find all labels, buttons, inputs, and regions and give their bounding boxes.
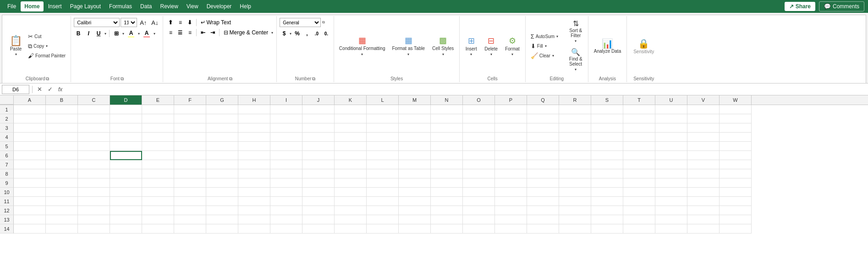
cell-I2[interactable] [270,114,302,123]
cell-K10[interactable] [335,188,367,197]
cell-K3[interactable] [335,123,367,133]
cell-L3[interactable] [367,123,399,133]
cell-W5[interactable] [720,142,752,151]
col-header-R[interactable]: R [559,95,591,105]
cell-J7[interactable] [302,160,335,169]
cell-O8[interactable] [463,169,495,178]
cell-W12[interactable] [720,206,752,215]
clear-dropdown[interactable]: ▾ [552,53,555,58]
cell-V8[interactable] [687,169,720,178]
cell-M12[interactable] [399,206,431,215]
cell-B12[interactable] [46,206,78,215]
comments-button[interactable]: 💬 Comments [819,1,864,11]
cell-V5[interactable] [687,142,720,151]
cell-L4[interactable] [367,133,399,142]
menu-file[interactable]: File [4,1,20,11]
cell-H12[interactable] [238,206,270,215]
cell-P1[interactable] [495,105,527,114]
cell-I14[interactable] [270,224,302,234]
cell-K5[interactable] [335,142,367,151]
cell-G1[interactable] [206,105,238,114]
cell-S2[interactable] [591,114,623,123]
cell-R8[interactable] [559,169,591,178]
clipboard-expand-icon[interactable]: ⧉ [46,77,49,81]
cell-O5[interactable] [463,142,495,151]
cell-F5[interactable] [174,142,206,151]
cell-T2[interactable] [623,114,655,123]
cell-W4[interactable] [720,133,752,142]
wrap-text-button[interactable]: ↵ Wrap Text [198,18,233,27]
cell-P4[interactable] [495,133,527,142]
cell-K11[interactable] [335,197,367,206]
cell-H9[interactable] [238,178,270,188]
cell-L1[interactable] [367,105,399,114]
cell-S12[interactable] [591,206,623,215]
cell-O4[interactable] [463,133,495,142]
cell-M3[interactable] [399,123,431,133]
col-header-O[interactable]: O [463,95,495,105]
cell-M5[interactable] [399,142,431,151]
row-header-11[interactable]: 11 [0,197,14,206]
row-header-3[interactable]: 3 [0,123,14,133]
menu-developer[interactable]: Developer [203,1,236,11]
cell-A8[interactable] [14,169,46,178]
cell-F13[interactable] [174,215,206,224]
cell-C4[interactable] [78,133,110,142]
cell-N14[interactable] [431,224,463,234]
cell-G3[interactable] [206,123,238,133]
cell-S6[interactable] [591,151,623,160]
cell-S7[interactable] [591,160,623,169]
row-header-9[interactable]: 9 [0,178,14,188]
cell-E10[interactable] [142,188,174,197]
italic-button[interactable]: I [84,29,93,38]
cell-S14[interactable] [591,224,623,234]
cell-K7[interactable] [335,160,367,169]
format-button[interactable]: ⚙ Format ▾ [502,33,522,59]
cell-U13[interactable] [655,215,687,224]
cell-P10[interactable] [495,188,527,197]
cell-D4[interactable] [110,133,142,142]
cell-D10[interactable] [110,188,142,197]
cell-G10[interactable] [206,188,238,197]
align-left-button[interactable]: ≡ [166,28,175,37]
cell-U3[interactable] [655,123,687,133]
analyze-data-button[interactable]: 📊 Analyze Data [591,33,624,59]
cell-W10[interactable] [720,188,752,197]
cell-W11[interactable] [720,197,752,206]
align-top-button[interactable]: ⬆ [166,18,175,27]
cell-O12[interactable] [463,206,495,215]
cell-Q2[interactable] [527,114,559,123]
cell-Q7[interactable] [527,160,559,169]
cell-V12[interactable] [687,206,720,215]
cell-U5[interactable] [655,142,687,151]
cell-E13[interactable] [142,215,174,224]
cell-F7[interactable] [174,160,206,169]
formula-fx-button[interactable]: fx [56,86,64,93]
cell-styles-button[interactable]: ▩ Cell Styles ▾ [429,33,456,59]
decrease-indent-button[interactable]: ⇤ [198,28,208,37]
cell-C13[interactable] [78,215,110,224]
cell-I10[interactable] [270,188,302,197]
cell-D3[interactable] [110,123,142,133]
menu-view[interactable]: View [183,1,202,11]
cell-A4[interactable] [14,133,46,142]
increase-indent-button[interactable]: ⇥ [208,28,217,37]
cell-L10[interactable] [367,188,399,197]
cell-G7[interactable] [206,160,238,169]
cell-R5[interactable] [559,142,591,151]
format-painter-button[interactable]: 🖌 Format Painter [26,51,68,61]
cell-F1[interactable] [174,105,206,114]
cell-M13[interactable] [399,215,431,224]
cell-E9[interactable] [142,178,174,188]
cell-Q13[interactable] [527,215,559,224]
cell-H6[interactable] [238,151,270,160]
cell-Q8[interactable] [527,169,559,178]
menu-insert[interactable]: Insert [44,1,66,11]
find-select-dropdown[interactable]: ▾ [574,67,577,72]
cell-I6[interactable] [270,151,302,160]
cell-S13[interactable] [591,215,623,224]
cell-R13[interactable] [559,215,591,224]
cut-button[interactable]: ✂ Cut [26,32,68,41]
cell-K2[interactable] [335,114,367,123]
cell-N11[interactable] [431,197,463,206]
